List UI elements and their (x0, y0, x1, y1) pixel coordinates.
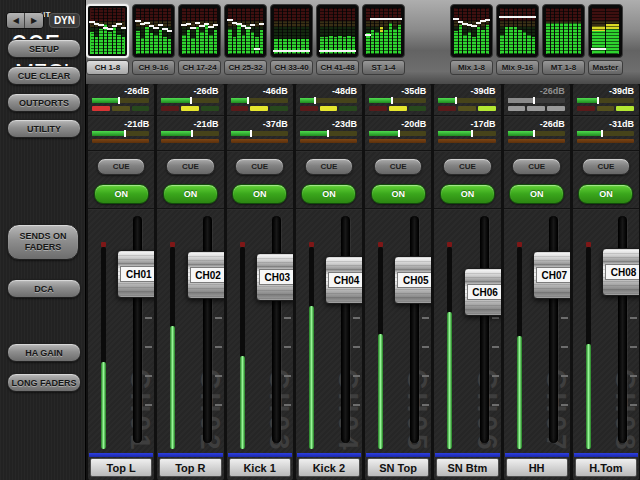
channel-name[interactable]: HH (506, 458, 568, 477)
fader-track[interactable] (341, 216, 350, 443)
on-button[interactable]: ON (163, 184, 218, 204)
dynamics2-section: -26dB (504, 117, 570, 150)
dyn2-threshold-bar (438, 131, 495, 136)
fader-cap-label: CH06 (467, 284, 501, 300)
gain-reduction-meter (231, 106, 288, 111)
fader-scale-tick (422, 317, 429, 319)
fader-cap[interactable]: CH03 (256, 253, 293, 301)
level-meter (240, 247, 245, 449)
gain-reduction-meter (92, 106, 149, 111)
meter-bank-tab[interactable]: CH 17-24 (178, 4, 221, 75)
dyn-next-button[interactable]: ▶ (24, 13, 42, 28)
meter-bank-tab[interactable]: CH 1-8 (86, 4, 129, 75)
left-arrow-icon: ◀ (13, 16, 19, 25)
setup-button[interactable]: SETUP (7, 39, 81, 58)
channel-name[interactable]: SN Btm (436, 458, 498, 477)
fader-scale-tick (215, 346, 222, 348)
dca-button[interactable]: DCA (7, 279, 81, 298)
utility-button[interactable]: UTILITY (7, 119, 81, 138)
threshold-fill (231, 131, 250, 136)
ha-gain-button[interactable]: HA GAIN (7, 343, 81, 362)
tab-meter (496, 4, 539, 58)
on-button[interactable]: ON (371, 184, 426, 204)
tab-meter (450, 4, 493, 58)
long-faders-button[interactable]: LONG FADERS (7, 373, 81, 392)
meter-bank-tab[interactable]: CH 33-40 (270, 4, 313, 75)
cue-button[interactable]: CUE (305, 158, 353, 175)
meter-bank-tab[interactable]: CH 9-16 (132, 4, 175, 75)
meter-bank-tab[interactable]: ST 1-4 (362, 4, 405, 75)
fader-track[interactable] (410, 216, 419, 443)
level-meter-fill (517, 336, 522, 449)
cue-button[interactable]: CUE (166, 158, 214, 175)
channel-name[interactable]: Kick 1 (229, 458, 291, 477)
fader-track[interactable] (272, 216, 281, 443)
fader-cap[interactable]: CH08 (602, 248, 639, 296)
channel-name[interactable]: Top R (159, 458, 221, 477)
fader-scale-tick (284, 404, 291, 406)
tab-label: MT 1-8 (542, 60, 585, 75)
cue-button[interactable]: CUE (374, 158, 422, 175)
tab-label: Mix 9-16 (496, 60, 539, 75)
meter-bank-tab[interactable]: CH 41-48 (316, 4, 359, 75)
gr-segment (161, 106, 179, 111)
on-button[interactable]: ON (301, 184, 356, 204)
dynamics1-section: -26dB (157, 84, 223, 115)
gain-reduction-meter (508, 106, 565, 111)
gain-reduction-meter (438, 106, 495, 111)
fader-cap[interactable]: CH04 (325, 256, 362, 304)
fader-cap[interactable]: CH01 (117, 250, 154, 298)
outports-button[interactable]: OUTPORTS (7, 93, 81, 112)
threshold-fill (508, 98, 534, 103)
meter-bank-tab[interactable]: Mix 1-8 (450, 4, 493, 75)
cue-button[interactable]: CUE (443, 158, 491, 175)
channel-name[interactable]: Kick 2 (298, 458, 360, 477)
threshold-marker (455, 97, 457, 104)
cue-button[interactable]: CUE (235, 158, 283, 175)
channel-name[interactable]: H.Tom (575, 458, 637, 477)
fader-scale-tick (215, 317, 222, 319)
channel-name[interactable]: Top L (90, 458, 152, 477)
on-button[interactable]: ON (440, 184, 495, 204)
fader-track[interactable] (480, 216, 489, 443)
meter-bank-tab[interactable]: CH 25-32 (224, 4, 267, 75)
fader-cap[interactable]: CH05 (394, 256, 431, 304)
cue-clear-button[interactable]: CUE CLEAR (7, 66, 81, 85)
tab-label: CH 33-40 (270, 60, 313, 75)
cue-button[interactable]: CUE (512, 158, 560, 175)
fader-cap[interactable]: CH02 (187, 251, 224, 299)
threshold-fill (438, 131, 471, 136)
sidebar: CURRENT SCENE 005 M7CL ◀ ▶ DYN SETUP CUE… (0, 0, 86, 480)
threshold-marker (601, 130, 603, 137)
on-button[interactable]: ON (578, 184, 633, 204)
meter-bank-tab[interactable]: MT 1-8 (542, 4, 585, 75)
gr-segment (597, 106, 615, 111)
channel-strip: -35dB -20dB CUE ON CH05 CH05 SN Top (365, 84, 431, 480)
level-meter (101, 247, 106, 449)
on-button[interactable]: ON (94, 184, 149, 204)
meter-bank-tab[interactable]: Master (588, 4, 623, 75)
cue-button[interactable]: CUE (97, 158, 145, 175)
on-button[interactable]: ON (509, 184, 564, 204)
dyn-prev-button[interactable]: ◀ (7, 13, 24, 28)
on-button[interactable]: ON (232, 184, 287, 204)
fader-cap-label: CH01 (120, 266, 154, 282)
sends-on-faders-button[interactable]: SENDS ON FADERS (7, 224, 79, 260)
threshold-marker (314, 97, 316, 104)
threshold-fill (300, 98, 314, 103)
channel-strip: -39dB -17dB CUE ON CH06 CH06 SN Btm (434, 84, 500, 480)
tab-label: CH 1-8 (86, 60, 129, 75)
fader-cap[interactable]: CH07 (533, 251, 570, 299)
gr-segment (112, 106, 130, 111)
threshold-marker (391, 97, 393, 104)
fader-cap[interactable]: CH06 (464, 268, 501, 316)
dyn2-db-label: -17dB (438, 118, 495, 130)
fader-scale-tick (492, 404, 499, 406)
fader-scale-tick (353, 404, 360, 406)
meter-bank-tab[interactable]: Mix 9-16 (496, 4, 539, 75)
cue-button[interactable]: CUE (582, 158, 630, 175)
channel-name[interactable]: SN Top (367, 458, 429, 477)
fader-scale-tick (353, 317, 360, 319)
threshold-fill (369, 98, 391, 103)
fader-scale-tick (422, 346, 429, 348)
